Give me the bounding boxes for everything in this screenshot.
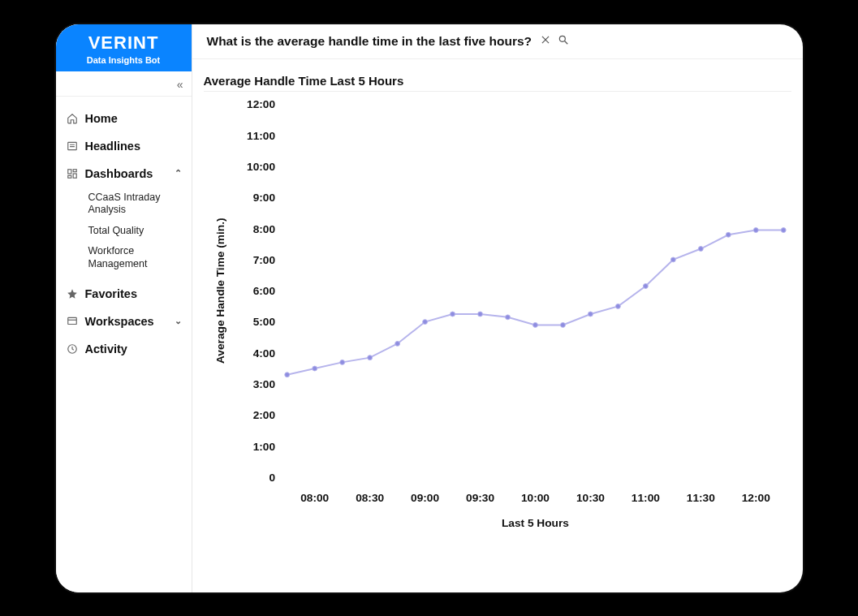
svg-point-42 (395, 341, 399, 346)
svg-text:10:00: 10:00 (520, 491, 549, 503)
svg-rect-6 (67, 175, 71, 178)
svg-point-54 (726, 232, 731, 237)
svg-rect-7 (67, 317, 76, 324)
chevron-down-icon[interactable]: ⌄ (175, 316, 182, 326)
sidebar-subitem-quality[interactable]: Total Quality (85, 221, 187, 242)
svg-text:Last 5 Hours: Last 5 Hours (502, 516, 569, 528)
chart-title: Average Handle Time Last 5 Hours (204, 74, 791, 88)
svg-point-44 (450, 312, 455, 317)
svg-text:5:00: 5:00 (252, 316, 275, 328)
query-text: What is the average handle time in the l… (207, 34, 532, 49)
main-content: What is the average handle time in the l… (192, 24, 803, 592)
svg-point-47 (532, 322, 537, 327)
svg-point-52 (670, 257, 675, 262)
svg-text:8:00: 8:00 (252, 222, 275, 235)
svg-line-13 (565, 41, 568, 45)
activity-icon (66, 343, 79, 355)
sidebar-item-headlines[interactable]: Headlines (61, 132, 187, 160)
sidebar-item-label: Home (85, 112, 118, 125)
svg-text:11:00: 11:00 (631, 491, 659, 503)
query-bar: What is the average handle time in the l… (192, 24, 803, 59)
workspace-icon (66, 316, 79, 327)
brand-header: VERINT Data Insights Bot (56, 24, 192, 71)
sidebar-item-label: Favorites (85, 287, 137, 300)
svg-point-55 (753, 227, 758, 232)
chevron-up-icon[interactable]: ⌃ (175, 168, 182, 179)
svg-text:10:00: 10:00 (247, 160, 275, 172)
svg-point-43 (422, 319, 427, 324)
star-icon (66, 288, 79, 299)
svg-point-41 (367, 355, 372, 360)
svg-text:09:00: 09:00 (411, 491, 439, 503)
svg-text:0: 0 (269, 472, 275, 484)
svg-text:9:00: 9:00 (252, 192, 275, 204)
sidebar-item-label: Workspaces (85, 315, 154, 328)
svg-point-56 (781, 227, 786, 232)
sidebar-item-label: Activity (85, 342, 127, 355)
sidebar-item-label: Dashboards (85, 167, 153, 180)
dashboard-icon (66, 168, 79, 179)
sidebar-item-workspaces[interactable]: Workspaces ⌄ (61, 308, 187, 335)
svg-point-38 (284, 372, 289, 377)
chart-plot: 12:0011:0010:009:008:007:006:005:004:003… (204, 91, 791, 545)
query-actions (540, 34, 569, 48)
svg-rect-3 (67, 169, 71, 173)
sidebar-item-label: Headlines (85, 140, 141, 153)
svg-point-39 (312, 366, 317, 371)
svg-text:4:00: 4:00 (252, 347, 275, 359)
svg-text:2:00: 2:00 (252, 409, 275, 421)
line-chart-svg: 12:0011:0010:009:008:007:006:005:004:003… (204, 92, 791, 545)
svg-text:6:00: 6:00 (252, 285, 275, 297)
news-icon (66, 140, 79, 152)
svg-text:09:30: 09:30 (466, 491, 494, 503)
svg-point-50 (615, 304, 620, 308)
svg-text:11:00: 11:00 (247, 129, 275, 141)
svg-point-53 (698, 246, 703, 251)
svg-text:08:00: 08:00 (300, 491, 329, 503)
svg-point-46 (505, 314, 510, 319)
svg-point-40 (339, 360, 344, 364)
svg-point-45 (477, 312, 482, 317)
sidebar-item-favorites[interactable]: Favorites (61, 280, 187, 308)
svg-text:11:30: 11:30 (686, 491, 714, 503)
home-icon (66, 113, 79, 124)
svg-point-48 (560, 322, 565, 327)
svg-text:12:00: 12:00 (741, 491, 770, 503)
chart-area: Average Handle Time Last 5 Hours 12:0011… (192, 59, 803, 592)
svg-rect-4 (73, 169, 76, 171)
brand-subtitle: Data Insights Bot (59, 55, 188, 65)
sidebar-item-dashboards[interactable]: Dashboards ⌃ (61, 160, 187, 187)
brand-name: VERINT (59, 32, 188, 54)
search-icon[interactable] (558, 34, 569, 48)
svg-text:12:00: 12:00 (247, 98, 275, 110)
dashboards-subitems: CCaaS Intraday Analysis Total Quality Wo… (61, 187, 187, 275)
svg-text:08:30: 08:30 (356, 491, 384, 503)
svg-text:10:30: 10:30 (576, 491, 604, 503)
svg-point-51 (643, 283, 648, 288)
sidebar-subitem-ccaas[interactable]: CCaaS Intraday Analysis (85, 187, 187, 221)
svg-point-12 (559, 36, 565, 41)
svg-text:Average Handle Time (min.): Average Handle Time (min.) (214, 218, 226, 364)
collapse-sidebar-icon[interactable]: « (177, 78, 183, 91)
app-window: VERINT Data Insights Bot « Home Headline… (56, 24, 803, 592)
svg-text:7:00: 7:00 (252, 253, 275, 265)
svg-text:3:00: 3:00 (252, 378, 275, 390)
svg-text:1:00: 1:00 (252, 440, 275, 452)
close-icon[interactable] (540, 34, 551, 48)
sidebar-item-activity[interactable]: Activity (61, 335, 187, 363)
sidebar-nav: Home Headlines Dashboards ⌃ CCaaS Intrad… (56, 97, 192, 371)
svg-rect-5 (73, 174, 76, 178)
sidebar: VERINT Data Insights Bot « Home Headline… (56, 24, 192, 592)
svg-point-49 (588, 312, 593, 317)
sidebar-item-home[interactable]: Home (61, 105, 187, 132)
sidebar-collapse-row: « (56, 71, 192, 97)
sidebar-subitem-workforce[interactable]: Workforce Management (85, 241, 187, 274)
